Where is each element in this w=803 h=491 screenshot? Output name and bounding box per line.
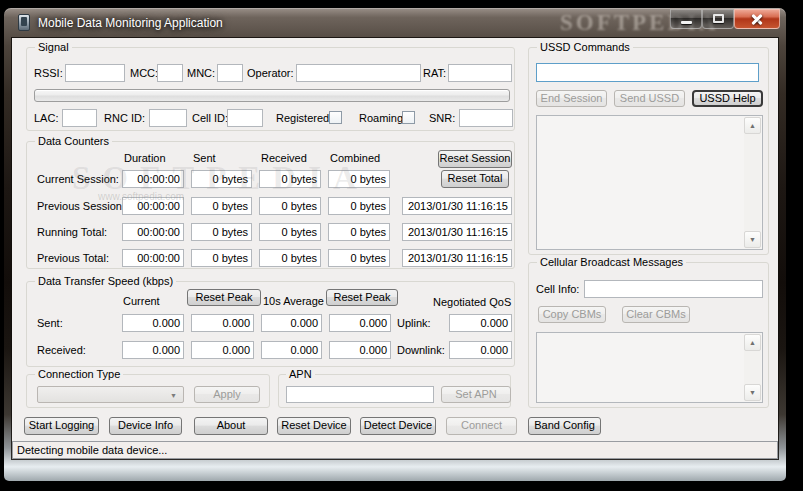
lac-label: LAC:	[34, 109, 58, 127]
phone-icon	[18, 14, 30, 31]
reset-session-button[interactable]: Reset Session	[438, 150, 512, 168]
connection-type-group: Connection Type ▼ Apply	[26, 374, 270, 408]
window-title: Mobile Data Monitoring Application	[38, 16, 223, 30]
connection-type-group-label: Connection Type	[35, 368, 123, 381]
cellular-broadcast-group: Cellular Broadcast Messages Cell Info: C…	[528, 262, 769, 408]
negotiated-qos-header: Negotiated QoS	[433, 296, 511, 309]
detect-device-button[interactable]: Detect Device	[360, 417, 436, 435]
cell-info-label: Cell Info:	[536, 280, 579, 298]
set-apn-button[interactable]: Set APN	[441, 386, 511, 403]
about-button[interactable]: About	[194, 417, 268, 435]
band-config-button[interactable]: Band Config	[528, 417, 601, 435]
previous-total-duration: 00:00:00	[122, 249, 184, 267]
received-average: 0.000	[261, 341, 322, 359]
registered-label: Registered:	[276, 109, 332, 127]
roaming-checkbox[interactable]	[402, 111, 415, 124]
current-duration: 00:00:00	[122, 170, 184, 188]
previous-session-duration: 00:00:00	[122, 197, 184, 215]
received-current-peak: 0.000	[191, 341, 254, 359]
rnc-id-label: RNC ID:	[104, 109, 145, 127]
apply-button[interactable]: Apply	[194, 386, 260, 403]
previous-session-timestamp: 2013/01/30 11:16:15	[402, 197, 512, 215]
ussd-messages-area[interactable]: ▲ ▼	[536, 115, 763, 250]
apn-input[interactable]	[286, 386, 434, 403]
rssi-label: RSSI:	[34, 64, 63, 82]
sent-current: 0.000	[122, 314, 184, 332]
clear-cbms-button[interactable]: Clear CBMs	[622, 306, 690, 323]
signal-group-label: Signal	[35, 41, 72, 54]
previous-session-sent: 0 bytes	[191, 197, 252, 215]
counter-row-label: Running Total:	[37, 223, 107, 241]
cbm-group-label: Cellular Broadcast Messages	[537, 256, 686, 269]
scroll-down-icon[interactable]: ▼	[744, 231, 761, 248]
apn-group: APN Set APN	[278, 374, 511, 408]
reset-peak-current-button[interactable]: Reset Peak	[187, 289, 261, 306]
counter-row-label: Previous Total:	[37, 249, 109, 267]
counter-row-label: Previous Session:	[37, 197, 125, 215]
connect-button[interactable]: Connect	[446, 417, 517, 435]
registered-checkbox[interactable]	[329, 111, 342, 124]
ussd-group-label: USSD Commands	[537, 41, 633, 54]
current-sent: 0 bytes	[191, 170, 252, 188]
current-combined: 0 bytes	[328, 170, 390, 188]
previous-session-combined: 0 bytes	[328, 197, 390, 215]
chevron-down-icon: ▼	[170, 392, 177, 399]
cell-info-field[interactable]	[584, 280, 763, 298]
downlink-qos: 0.000	[449, 341, 512, 359]
duration-header: Duration	[124, 152, 166, 165]
snr-label: SNR:	[429, 109, 455, 127]
mnc-label: MNC:	[187, 64, 215, 82]
scroll-up-icon[interactable]: ▲	[744, 334, 761, 351]
reset-peak-average-button[interactable]: Reset Peak	[326, 289, 398, 306]
sent-average: 0.000	[261, 314, 322, 332]
cbm-messages-area[interactable]: ▲ ▼	[536, 332, 763, 403]
rssi-value	[65, 64, 125, 82]
received-average-peak: 0.000	[329, 341, 391, 359]
running-total-received: 0 bytes	[259, 223, 321, 241]
send-ussd-button[interactable]: Send USSD	[614, 90, 685, 107]
signal-group: Signal RSSI: MCC: MNC: Operator: RAT: LA…	[26, 47, 515, 131]
previous-total-received: 0 bytes	[259, 249, 321, 267]
device-info-button[interactable]: Device Info	[109, 417, 182, 435]
copy-cbms-button[interactable]: Copy CBMs	[538, 306, 606, 323]
start-logging-button[interactable]: Start Logging	[24, 417, 99, 435]
received-current: 0.000	[122, 341, 184, 359]
close-button[interactable]	[734, 9, 780, 29]
cell-id-value	[227, 109, 263, 127]
maximize-button[interactable]	[702, 9, 734, 29]
caption-buttons	[670, 9, 780, 29]
operator-value	[296, 64, 421, 82]
running-total-duration: 00:00:00	[122, 223, 184, 241]
title-bar[interactable]: Mobile Data Monitoring Application SOFTP…	[4, 8, 786, 38]
previous-total-combined: 0 bytes	[328, 249, 390, 267]
rat-label: RAT:	[423, 64, 446, 82]
reset-device-button[interactable]: Reset Device	[277, 417, 351, 435]
received-speed-label: Received:	[37, 341, 86, 359]
signal-strength-progressbar	[34, 89, 510, 102]
rat-value	[448, 64, 512, 82]
cbm-scrollbar[interactable]: ▲ ▼	[744, 334, 761, 401]
minimize-icon	[681, 21, 692, 24]
scroll-up-icon[interactable]: ▲	[744, 117, 761, 134]
status-text: Detecting mobile data device...	[17, 444, 167, 456]
ussd-scrollbar[interactable]: ▲ ▼	[744, 117, 761, 248]
scroll-down-icon[interactable]: ▼	[744, 384, 761, 401]
sent-current-peak: 0.000	[191, 314, 254, 332]
end-session-button[interactable]: End Session	[536, 90, 607, 107]
connection-type-dropdown[interactable]: ▼	[37, 386, 184, 403]
combined-header: Combined	[330, 152, 380, 165]
mcc-label: MCC:	[130, 64, 158, 82]
ussd-input[interactable]	[536, 63, 759, 82]
reset-total-button[interactable]: Reset Total	[441, 170, 509, 188]
data-counters-group: Data Counters Duration Sent Received Com…	[26, 141, 515, 269]
current-header: Current	[123, 295, 160, 308]
mcc-value	[157, 64, 183, 82]
minimize-button[interactable]	[670, 9, 702, 29]
lac-value	[62, 109, 97, 127]
running-total-combined: 0 bytes	[328, 223, 390, 241]
previous-total-timestamp: 2013/01/30 11:16:15	[402, 249, 512, 267]
roaming-label: Roaming:	[359, 109, 406, 127]
operator-label: Operator:	[247, 64, 293, 82]
ussd-help-button[interactable]: USSD Help	[692, 90, 763, 107]
uplink-qos: 0.000	[449, 314, 512, 332]
